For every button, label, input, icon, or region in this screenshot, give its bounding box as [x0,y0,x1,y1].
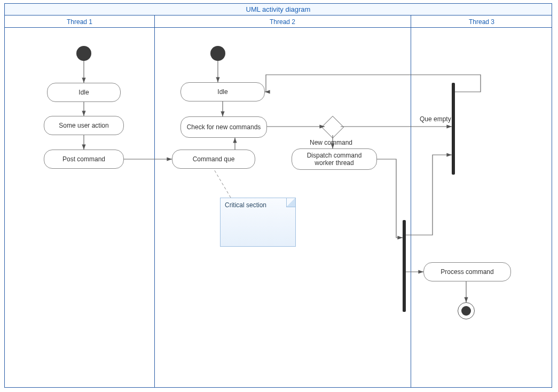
activity-idle-t2: Idle [180,82,265,101]
activity-idle-t1: Idle [47,83,121,102]
lane-divider-1 [154,15,155,387]
activity-post-command: Post command [44,150,124,169]
join-bar [452,83,455,175]
note-critical-section: Critical section [220,198,296,247]
lane-header-t2: Thread 2 [154,17,411,27]
decision-node [325,119,341,135]
activity-command-que: Command que [172,150,255,169]
activity-dispatch-command-worker-thread: Dispatch command worker thread [292,148,377,170]
lane-header-t1: Thread 1 [5,17,154,27]
final-node [458,302,475,319]
diagram-title: UML activity diagram [5,4,552,15]
activity-some-user-action: Some user action [44,116,124,135]
note-text: Critical section [225,201,266,209]
lane-header-divider [5,27,552,28]
lane-header-t3: Thread 3 [411,17,553,27]
initial-node-t2 [210,46,225,61]
initial-node-t1 [76,46,91,61]
diagram-frame: UML activity diagram Thread 1 Thread 2 T… [4,3,552,388]
activity-check-for-new-commands: Check for new commands [180,116,267,138]
fork-bar [403,220,406,312]
lane-divider-2 [411,15,411,387]
activity-process-command: Process command [423,262,511,281]
uml-activity-diagram: UML activity diagram Thread 1 Thread 2 T… [0,0,558,392]
